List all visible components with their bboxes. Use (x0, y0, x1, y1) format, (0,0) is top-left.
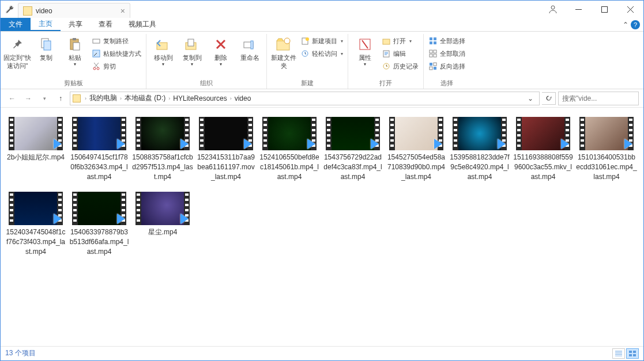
file-item[interactable]: 1524106550befd8ec18145061b.mp4_last.mp4 (258, 117, 321, 181)
pin-quickaccess-button[interactable]: 固定到"快速访问" (3, 34, 32, 70)
select-none-button[interactable]: 全部取消 (426, 48, 468, 59)
svg-rect-34 (434, 63, 436, 66)
open-button[interactable]: 打开 (379, 35, 421, 47)
svg-rect-1 (602, 6, 608, 12)
paste-button[interactable]: 粘贴 ▾ (61, 34, 89, 68)
shortcut-icon (92, 49, 101, 58)
move-to-button[interactable]: 移动到▾ (149, 34, 178, 68)
chevron-right-icon[interactable]: › (82, 96, 89, 101)
search-input[interactable] (562, 94, 644, 102)
breadcrumb[interactable]: › 我的电脑 › 本地磁盘 (D:) › HYLiteResources › v… (70, 92, 540, 105)
file-item[interactable]: 15395881823dde7f9c5e8c4920.mp4_last.mp4 (448, 117, 511, 181)
folder-icon (73, 94, 81, 102)
file-name: 1510136400531bbecdd31061ec.mp4_last.mp4 (575, 153, 638, 181)
tab-file[interactable]: 文件 (1, 18, 31, 31)
copy-path-button[interactable]: 复制路径 (89, 35, 144, 47)
file-grid: 2b小姐姐尼尔.mp4 1506497415cf1f780f6b326343.m… (4, 117, 640, 267)
paste-shortcut-button[interactable]: 粘贴快捷方式 (89, 48, 144, 59)
user-icon[interactable] (540, 1, 566, 18)
properties-button[interactable]: 属性▾ (351, 34, 379, 68)
file-name: 15395881823dde7f9c5e8c4920.mp4_last.mp4 (448, 153, 511, 181)
rename-button[interactable]: 重命名 (235, 34, 264, 62)
new-folder-button[interactable]: 新建文件夹 (269, 34, 298, 70)
video-thumbnail (199, 117, 253, 150)
file-name: 1524034745048f1cf76c73f403.mp4_last.mp4 (4, 227, 67, 256)
browser-tab[interactable]: video × (18, 3, 130, 18)
svg-rect-30 (434, 50, 436, 53)
file-item[interactable]: 1545275054ed58a710839d90b0.mp4_last.mp4 (385, 117, 448, 181)
svg-point-9 (93, 67, 96, 70)
chevron-right-icon[interactable]: › (165, 96, 173, 101)
svg-rect-3 (44, 41, 51, 50)
help-icon[interactable]: ? (631, 20, 640, 29)
breadcrumb-item[interactable]: video (235, 94, 251, 102)
copy-to-button[interactable]: 复制到▾ (178, 34, 206, 68)
video-thumbnail (9, 117, 63, 150)
copy-button[interactable]: 复制 (32, 34, 61, 62)
view-details-button[interactable] (612, 348, 625, 359)
easy-icon (300, 49, 310, 58)
file-item[interactable]: 1543756729d22addef4c3ca83f.mp4_last.mp4 (321, 117, 385, 181)
svg-rect-29 (430, 50, 432, 53)
invert-selection-button[interactable]: 反向选择 (426, 60, 468, 72)
play-overlay-icon (498, 139, 506, 149)
statusbar: 13 个项目 (1, 346, 643, 360)
file-name: 星尘.mp4 (147, 227, 179, 237)
file-name: 1545275054ed58a710839d90b0.mp4_last.mp4 (385, 153, 448, 181)
breadcrumb-item[interactable]: 我的电脑 (89, 93, 117, 103)
ribbon-collapse-icon[interactable]: ⌃ (623, 21, 628, 29)
breadcrumb-item[interactable]: 本地磁盘 (D:) (125, 93, 165, 103)
file-item[interactable]: 151169388808f5599600c3ac55.mkv_last.mp4 (511, 117, 575, 181)
tab-share[interactable]: 共享 (61, 18, 91, 31)
view-icons-button[interactable] (626, 348, 639, 359)
chevron-right-icon[interactable]: › (227, 96, 235, 101)
select-all-button[interactable]: 全部选择 (426, 35, 468, 47)
close-tab-icon[interactable]: × (120, 6, 125, 16)
tab-home[interactable]: 主页 (31, 18, 61, 31)
cut-icon (92, 62, 101, 71)
file-item[interactable]: 1506497415cf1f780f6b326343.mp4_last.mp4 (67, 117, 131, 181)
file-item[interactable]: 1524034745048f1cf76c73f403.mp4_last.mp4 (4, 192, 67, 256)
svg-rect-15 (251, 41, 253, 49)
maximize-button[interactable] (592, 1, 617, 18)
customize-icon[interactable] (1, 5, 18, 13)
file-item[interactable]: 1523415311b7aa9bea61161197.mov_last.mp4 (194, 117, 258, 181)
file-item[interactable]: 1510136400531bbecdd31061ec.mp4_last.mp4 (575, 117, 638, 181)
edit-button[interactable]: 编辑 (379, 48, 421, 59)
close-button[interactable] (617, 1, 643, 18)
cut-button[interactable]: 剪切 (89, 60, 144, 72)
search-box[interactable] (558, 92, 639, 105)
play-overlay-icon (54, 139, 62, 149)
svg-rect-5 (73, 38, 76, 40)
navbar: ← → ▾ ↑ › 我的电脑 › 本地磁盘 (D:) › HYLiteResou… (1, 89, 643, 108)
new-item-button[interactable]: 新建项目 (298, 35, 345, 47)
nav-forward-button[interactable]: → (21, 92, 35, 105)
nav-up-button[interactable]: ↑ (54, 92, 67, 105)
file-item[interactable]: 星尘.mp4 (131, 192, 194, 256)
minimize-button[interactable] (566, 1, 592, 18)
nav-history-dropdown[interactable]: ▾ (37, 92, 51, 105)
video-thumbnail (72, 192, 126, 225)
nav-back-button[interactable]: ← (5, 92, 19, 105)
breadcrumb-item[interactable]: HYLiteResources (173, 94, 227, 102)
file-item[interactable]: 1508835758af1cfcbd2957f513.mp4_last.mp4 (131, 117, 194, 181)
file-item[interactable]: 1540633978879b3b513df66afa.mp4_last.mp4 (67, 192, 131, 256)
folder-icon (23, 6, 32, 16)
move-icon (155, 36, 171, 52)
svg-rect-33 (430, 63, 432, 66)
tab-view[interactable]: 查看 (91, 18, 120, 31)
file-content-area[interactable]: 2b小姐姐尼尔.mp4 1506497415cf1f780f6b326343.m… (1, 108, 643, 346)
chevron-right-icon[interactable]: › (117, 96, 125, 101)
refresh-button[interactable] (542, 92, 556, 105)
file-name: 1508835758af1cfcbd2957f513.mp4_last.mp4 (131, 153, 194, 181)
video-thumbnail (9, 192, 63, 225)
easy-access-button[interactable]: 轻松访问 (298, 48, 345, 59)
history-button[interactable]: 历史记录 (379, 60, 421, 72)
delete-button[interactable]: 删除▾ (206, 34, 235, 68)
file-item[interactable]: 2b小姐姐尼尔.mp4 (4, 117, 67, 181)
path-icon (92, 36, 101, 45)
chevron-down-icon[interactable]: ⌄ (524, 94, 537, 102)
tab-video-tools[interactable]: 视频工具 (120, 18, 164, 31)
svg-point-0 (551, 6, 555, 9)
file-name: 1540633978879b3b513df66afa.mp4_last.mp4 (67, 227, 131, 256)
